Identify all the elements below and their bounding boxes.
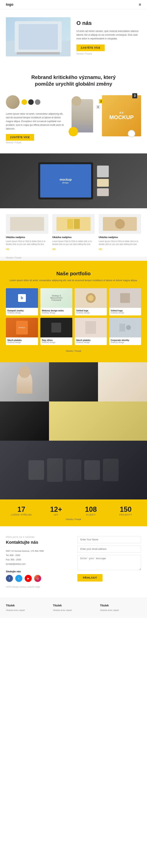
team-meeting-photo [0,441,147,499]
footer: Titulek Ukázka textu zápatí Titulek Ukáz… [0,598,147,618]
portfolio-thumb-7 [75,318,107,337]
portfolio-thumb-6 [40,318,72,337]
footer-col-1: Titulek Ukázka textu zápatí [6,604,47,612]
social-label: Sledujte nás [6,570,69,573]
portfolio-item-type-7: Grafický design [76,341,105,343]
portfolio-item-title-4: Vzhled loga [111,309,140,312]
hero-cta-button[interactable]: ZJISTĚTE VÍCE [77,44,105,51]
portfolio-section: Naše portfolio Lorem ipsum dolor sit ame… [0,261,147,362]
hero-image-link: Obrázky / Freepik [77,53,141,55]
menu-icon[interactable]: ≡ [139,2,141,7]
hero-section: O nás Ut enim ad minim veniam, quis nost… [0,9,147,64]
team-photo-3 [98,362,147,401]
name-field-group [78,536,141,543]
footer-col-title-1: Titulek [6,604,47,607]
team-photo-1 [0,362,49,401]
showcase-card-3: Ukázka nadpisu Lorem Ipsum Click to Clic… [98,214,141,251]
portfolio-item-6[interactable]: Šípy džínu Grafický design [40,318,72,345]
footer-col-title-3: Titulek [100,604,141,607]
newsletter-section: PŘIHLASTE SE K NAŠEMU Kontaktujte nás 55… [0,526,147,598]
youtube-icon[interactable]: ▶ [25,575,32,582]
portfolio-grid: b Kampaň značky Grafický design Strategy… [6,288,141,345]
portfolio-item-title-8: Corporate identity [111,339,140,341]
portfolio-info-4: Vzhled loga Grafický design [109,308,141,315]
rebrand-title: Rebrand kritického významu, který pomůže… [25,74,122,87]
rebrand-text: Lorem ipsum dolor sit amet, consectetur … [6,112,66,131]
stats-image-link: Obrázky / Freepik [6,518,141,520]
footer-col-title-2: Titulek [53,604,94,607]
portfolio-item-title-6: Šípy džínu [42,339,71,341]
portfolio-item-2[interactable]: Strategy &MeasurementFramework Webový de… [40,288,72,315]
portfolio-link-area: Obrázky / Freepik [6,349,141,352]
stat-number-1: 17 [6,505,37,514]
contact-email: kontakt@webrp.com [6,562,69,566]
portfolio-info-6: Šípy džínu Grafický design [40,337,72,345]
rebrand-cta-button[interactable]: ZJISTĚTE VÍCE [6,134,34,141]
stat-label-2: LET [41,514,72,516]
portfolio-more-link: Obrázky / Freepik [66,350,81,352]
team-photo-4 [0,401,49,441]
facebook-icon[interactable]: f [6,575,13,582]
stat-1: 17 LOŽENÍ STŘELBA [6,505,37,516]
portfolio-item-title-5: Návrh plakátu [7,339,36,341]
portfolio-item-type-5: Grafický design [7,341,36,343]
portfolio-thumb-1: b [6,288,38,308]
showcase-card-2: Ukázka nadpisu Lorem Ipsum Click to Clic… [52,214,95,251]
logo[interactable]: logo [6,3,13,7]
portfolio-item-1[interactable]: b Kampaň značky Grafický design [6,288,38,315]
showcase-card-title-1: Ukázka nadpisu [6,236,49,239]
newsletter-submit-button[interactable]: PŘIHLÁSIT [78,574,102,582]
name-input[interactable] [78,536,141,543]
rebrand-section: Rebrand kritického významu, který pomůže… [0,64,147,153]
showcase-card-1: Ukázka nadpisu Lorem Ipsum Click to Clic… [6,214,49,251]
portfolio-thumb-4 [109,288,141,308]
email-field-group [78,546,141,553]
portfolio-item-type-4: Grafický design [111,312,140,314]
hero-content: O nás Ut enim ad minim veniam, quis nost… [77,19,141,55]
portfolio-item-type-3: Grafický design [76,312,105,314]
showcase-cards: Ukázka nadpisu Lorem Ipsum Click to Clic… [0,208,147,257]
email-input[interactable] [78,546,141,553]
showcase-card-link-1[interactable]: VÍC [6,248,9,250]
portfolio-item-4[interactable]: Vzhled loga Grafický design [109,288,141,315]
stats-grid: 17 LOŽENÍ STŘELBA 12+ LET 108 KLIENTI 15… [6,505,141,516]
contact-address: 5567 10 Sunrise Avenue, 175 456-7890 [6,549,69,553]
portfolio-item-7[interactable]: Návrh plakátu Grafický design [75,318,107,345]
footer-col-text-2: Ukázka textu zápatí [53,609,94,612]
portfolio-item-title-3: Vzhled loga [76,309,105,312]
showcase-card-text-3: Lorem Ipsum Click to Click to doble clic… [98,240,141,246]
showcase-card-image-3 [98,214,141,234]
rebrand-image-link: Obrázky / Freepik [6,142,66,144]
twitter-icon[interactable]: t [15,575,22,582]
stat-2: 12+ LET [41,505,72,516]
message-field-group [78,555,141,571]
portfolio-item-8[interactable]: Corporate identity Grafický design [109,318,141,345]
portfolio-info-5: Návrh plakátu Grafický design [6,337,38,345]
portfolio-item-title-7: Návrh plakátu [76,339,105,341]
rebrand-images: A4 MOCKUP 3 2 1 [69,95,141,138]
showcase-card-text-1: Lorem Ipsum Click to Click to doble clic… [6,240,49,246]
message-input[interactable] [78,555,141,570]
stat-label-1: LOŽENÍ STŘELBA [6,514,37,516]
contact-fax: Fax: 800 - 2500 [6,557,69,562]
showcase-card-link-3[interactable]: VÍC [98,248,102,250]
stat-label-3: KLIENTI [76,514,107,516]
portfolio-thumb-8 [109,318,141,337]
showcase-card-title-2: Ukázka nadpisu [52,236,95,239]
rebrand-left: Lorem ipsum dolor sit amet, consectetur … [6,95,66,144]
portfolio-item-5[interactable]: MANGA Návrh plakátu Grafický design [6,318,38,345]
portfolio-item-type-1: Grafický design [7,312,36,314]
showcase-hero-image: mockup design. [0,153,147,208]
footer-col-text-1: Ukázka textu zápatí [6,609,47,612]
rebrand-right: A4 MOCKUP 3 2 1 [69,95,141,138]
contact-info: 5567 10 Sunrise Avenue, 175 456-7890 Tel… [6,549,69,566]
portfolio-item-type-6: Grafický design [42,341,71,343]
stat-number-3: 108 [76,505,107,514]
showcase-card-link-2[interactable]: VÍC [52,248,56,250]
newsletter-left: PŘIHLASTE SE K NAŠEMU Kontaktujte nás 55… [6,536,69,588]
instagram-icon[interactable]: ◎ [34,575,41,582]
portfolio-item-3[interactable]: Vzhled loga Grafický design [75,288,107,315]
showcase-card-image-1 [6,214,49,234]
stat-number-4: 150 [110,505,141,514]
team-grid [0,362,147,441]
